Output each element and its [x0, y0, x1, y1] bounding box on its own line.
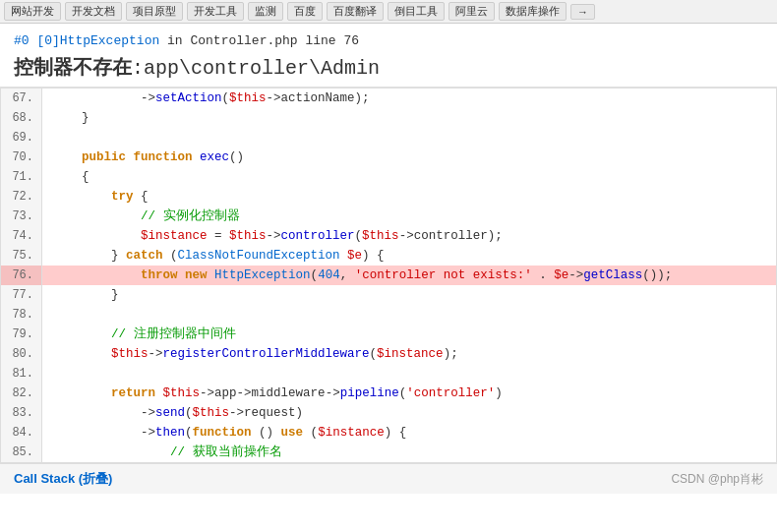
code-content-77: } — [42, 285, 776, 305]
code-content-74: $instance = $this->controller($this->con… — [42, 226, 776, 246]
code-line-79: 79. // 注册控制器中间件 — [1, 325, 776, 344]
code-line-80: 80. $this->registerControllerMiddleware(… — [1, 344, 776, 364]
line-num-71: 71. — [1, 167, 42, 187]
code-content-69 — [42, 128, 776, 148]
line-num-84: 84. — [1, 423, 42, 443]
line-num-67: 67. — [1, 89, 42, 108]
code-content-72: try { — [42, 187, 776, 207]
code-line-68: 68. } — [1, 108, 776, 128]
line-num-73: 73. — [1, 207, 42, 226]
csdn-info: CSDN @php肖彬 — [671, 471, 763, 488]
error-message-path: :app\controller\Admin — [132, 57, 380, 80]
code-content-71: { — [42, 167, 776, 187]
code-content-84: ->then(function () use ($instance) { — [42, 423, 776, 443]
code-content-70: public function exec() — [42, 148, 776, 167]
bookmark-百度[interactable]: 百度 — [287, 2, 323, 21]
bookmark-倒目工具[interactable]: 倒目工具 — [388, 2, 445, 21]
code-line-75: 75. } catch (ClassNotFoundException $e) … — [1, 246, 776, 266]
code-line-73: 73. // 实例化控制器 — [1, 207, 776, 226]
line-num-76: 76. — [1, 266, 42, 285]
line-num-82: 82. — [1, 384, 42, 403]
line-num-85: 85. — [1, 443, 42, 462]
code-content-75: } catch (ClassNotFoundException $e) { — [42, 246, 776, 266]
line-num-78: 78. — [1, 305, 42, 325]
bookmark-项目原型[interactable]: 项目原型 — [126, 2, 183, 21]
bookmark-bar: 网站开发 开发文档 项目原型 开发工具 监测 百度 百度翻译 倒目工具 阿里云 … — [0, 0, 777, 24]
line-num-69: 69. — [1, 128, 42, 148]
code-content-78 — [42, 305, 776, 325]
code-line-76: 76. throw new HttpException(404, 'contro… — [1, 266, 776, 285]
bookmark-more[interactable]: → — [570, 4, 595, 20]
bookmark-阿里云[interactable]: 阿里云 — [448, 2, 495, 21]
bookmark-数据库操作[interactable]: 数据库操作 — [499, 2, 567, 21]
code-line-74: 74. $instance = $this->controller($this-… — [1, 226, 776, 246]
line-num-80: 80. — [1, 344, 42, 364]
error-message: 控制器不存在:app\controller\Admin — [14, 54, 763, 81]
exception-line: #0 [0]HttpException in Controller.php li… — [14, 33, 763, 48]
code-content-85: // 获取当前操作名 — [42, 443, 776, 462]
line-num-81: 81. — [1, 364, 42, 384]
exception-hash: #0 [0] — [14, 33, 60, 48]
bookmark-开发工具[interactable]: 开发工具 — [187, 2, 244, 21]
line-num-79: 79. — [1, 325, 42, 344]
code-content-80: $this->registerControllerMiddleware($ins… — [42, 344, 776, 364]
code-line-69: 69. — [1, 128, 776, 148]
call-stack-label[interactable]: Call Stack (折叠) — [14, 470, 112, 488]
code-content-73: // 实例化控制器 — [42, 207, 776, 226]
line-num-75: 75. — [1, 246, 42, 266]
code-content-67: ->setAction($this->actionName); — [42, 89, 776, 108]
line-num-72: 72. — [1, 187, 42, 207]
code-line-71: 71. { — [1, 167, 776, 187]
code-content-83: ->send($this->request) — [42, 403, 776, 423]
bookmark-百度翻译[interactable]: 百度翻译 — [327, 2, 384, 21]
code-area: 67. ->setAction($this->actionName); 68. … — [0, 88, 777, 463]
call-stack-bar: Call Stack (折叠) CSDN @php肖彬 — [0, 463, 777, 494]
error-message-prefix: 控制器不存在 — [14, 56, 132, 78]
exception-location: in Controller.php line 76 — [159, 33, 359, 48]
bookmark-监测[interactable]: 监测 — [248, 2, 283, 21]
code-content-81 — [42, 364, 776, 384]
line-num-68: 68. — [1, 108, 42, 128]
code-line-78: 78. — [1, 305, 776, 325]
code-line-83: 83. ->send($this->request) — [1, 403, 776, 423]
code-content-76: throw new HttpException(404, 'controller… — [42, 266, 776, 285]
exception-class: HttpException — [60, 33, 159, 48]
code-line-81: 81. — [1, 364, 776, 384]
error-header: #0 [0]HttpException in Controller.php li… — [0, 24, 777, 88]
bookmark-开发文档[interactable]: 开发文档 — [65, 2, 122, 21]
code-content-79: // 注册控制器中间件 — [42, 325, 776, 344]
line-num-70: 70. — [1, 148, 42, 167]
code-line-77: 77. } — [1, 285, 776, 305]
code-content-82: return $this->app->middleware->pipeline(… — [42, 384, 776, 403]
line-num-74: 74. — [1, 226, 42, 246]
line-num-77: 77. — [1, 285, 42, 305]
code-line-67: 67. ->setAction($this->actionName); — [1, 89, 776, 108]
code-line-72: 72. try { — [1, 187, 776, 207]
code-line-84: 84. ->then(function () use ($instance) { — [1, 423, 776, 443]
bookmark-网站开发[interactable]: 网站开发 — [4, 2, 61, 21]
code-line-85: 85. // 获取当前操作名 — [1, 443, 776, 462]
code-line-70: 70. public function exec() — [1, 148, 776, 167]
code-line-82: 82. return $this->app->middleware->pipel… — [1, 384, 776, 403]
code-content-68: } — [42, 108, 776, 128]
line-num-83: 83. — [1, 403, 42, 423]
